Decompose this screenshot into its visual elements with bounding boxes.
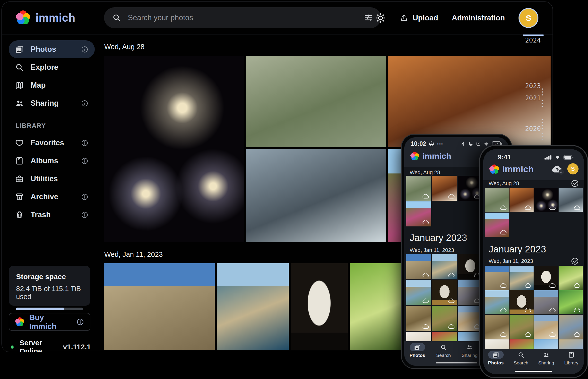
nav-tab-label: Search — [436, 353, 451, 358]
info-icon[interactable] — [81, 211, 88, 219]
photo-dinner-table[interactable] — [388, 56, 551, 147]
immich-logo: immich — [489, 164, 534, 174]
cloud-sync-icon — [500, 332, 507, 337]
theme-toggle-sun-icon[interactable] — [375, 13, 386, 23]
buy-immich-label: Buy Immich — [29, 313, 71, 331]
photos-icon — [15, 45, 24, 54]
nav-tab-label: Search — [514, 360, 528, 366]
photo-autumn-park[interactable] — [406, 201, 431, 226]
photo-green-berries[interactable] — [350, 263, 407, 350]
info-icon[interactable] — [76, 318, 84, 326]
photo-lizard-rocks[interactable] — [485, 315, 509, 339]
photo-macaques[interactable] — [246, 56, 386, 147]
select-all-check-icon[interactable] — [571, 257, 579, 265]
brand-name: immich — [35, 11, 75, 24]
immich-logo[interactable]: immich — [16, 10, 75, 25]
select-all-check-icon[interactable] — [571, 179, 579, 188]
nav-tab-label: Library — [564, 360, 578, 366]
photo-lizard-moss[interactable] — [509, 315, 534, 339]
search-filters-icon[interactable] — [364, 13, 373, 22]
people-icon — [15, 99, 24, 108]
nav-tab-label: Photos — [488, 360, 504, 366]
administration-link[interactable]: Administration — [452, 14, 505, 22]
briefcase-icon — [15, 174, 24, 183]
photo-fortress-wall[interactable] — [104, 263, 215, 350]
cloud-sync-icon — [448, 298, 455, 303]
info-icon[interactable] — [81, 193, 88, 201]
sidebar-item-albums[interactable]: Albums — [9, 152, 95, 170]
photo-church-town[interactable] — [534, 315, 558, 339]
photo-marble-bust[interactable] — [291, 263, 348, 350]
sidebar-item-archive[interactable]: Archive — [9, 188, 95, 206]
backup-cloud-icon[interactable] — [551, 164, 563, 174]
search-bar[interactable] — [104, 7, 381, 28]
photo-fortress-ruins[interactable] — [534, 290, 558, 314]
photo-macaques[interactable] — [485, 188, 509, 212]
nav-tab-sharing[interactable]: Sharing — [534, 349, 559, 367]
immich-logo: immich — [410, 151, 451, 161]
photo-fortress-sea[interactable] — [509, 266, 534, 290]
nav-tab-sharing[interactable]: Sharing — [457, 341, 483, 360]
photo-green-berries[interactable] — [559, 266, 583, 290]
nav-tab-library[interactable]: Library — [559, 349, 584, 367]
photo-lizard-moss[interactable] — [432, 306, 457, 331]
storage-progress-bar — [16, 308, 83, 310]
storage-title: Storage space — [16, 273, 83, 281]
search-input[interactable] — [127, 13, 358, 22]
cloud-sync-icon — [500, 307, 507, 313]
top-actions: Upload Administration S — [375, 2, 539, 34]
upload-label: Upload — [413, 14, 438, 22]
immich-flower-icon — [15, 317, 24, 327]
nav-tab-label: Photos — [410, 353, 425, 358]
photo-tree-fruit[interactable] — [559, 290, 583, 314]
photo-autumn-park[interactable] — [485, 213, 509, 237]
nav-tab-photos[interactable]: Photos — [483, 349, 509, 367]
photo-holding-hands[interactable] — [246, 149, 386, 242]
user-avatar[interactable]: S — [519, 8, 539, 28]
photo-marble-bust[interactable] — [534, 266, 558, 290]
photo-holding-hands[interactable] — [559, 188, 583, 212]
month-header: January 2023 — [489, 244, 546, 255]
home-indicator[interactable] — [515, 371, 552, 372]
bluetooth-icon — [460, 141, 465, 146]
cloud-sync-icon — [500, 283, 507, 288]
sidebar-item-sharing[interactable]: Sharing — [9, 94, 95, 112]
photo-fortress-sea[interactable] — [217, 263, 289, 350]
sidebar-item-trash[interactable]: Trash — [9, 206, 95, 224]
sidebar-item-favorites[interactable]: Favorites — [9, 134, 95, 152]
sidebar-item-utilities[interactable]: Utilities — [9, 170, 95, 188]
nav-tab-photos[interactable]: Photos — [404, 341, 430, 360]
photo-macaques[interactable] — [406, 176, 431, 201]
info-icon[interactable] — [81, 46, 88, 53]
upload-button[interactable]: Upload — [399, 14, 438, 22]
buy-immich-button[interactable]: Buy Immich — [9, 313, 90, 331]
info-icon[interactable] — [81, 100, 88, 107]
sidebar-item-photos[interactable]: Photos — [9, 40, 95, 58]
photo-fortress-sea[interactable] — [432, 254, 457, 279]
photo-dinner-table[interactable] — [432, 176, 457, 201]
photo-fireworks[interactable] — [534, 188, 558, 212]
cloud-sync-icon — [524, 332, 531, 337]
info-icon[interactable] — [81, 157, 88, 165]
home-indicator[interactable] — [436, 362, 477, 363]
photo-fortress-wall[interactable] — [485, 266, 509, 290]
sidebar-item-map[interactable]: Map — [9, 76, 95, 94]
photo-fireworks[interactable] — [104, 56, 244, 242]
photo-lizard-rocks[interactable] — [406, 306, 431, 331]
user-avatar[interactable]: S — [567, 163, 578, 174]
sidebar-item-explore[interactable]: Explore — [9, 58, 95, 76]
photo-marble-sculpture[interactable] — [509, 290, 534, 314]
info-icon[interactable] — [81, 139, 88, 147]
photo-marble-sculpture[interactable] — [432, 280, 457, 305]
search-icon — [15, 63, 24, 72]
immich-flower-icon — [410, 152, 419, 161]
photo-stone-bridge[interactable] — [559, 315, 583, 339]
photo-fortress-wall[interactable] — [406, 254, 431, 279]
sidebar-item-label: Explore — [31, 63, 58, 72]
nav-tab-search[interactable]: Search — [509, 349, 534, 367]
nav-tab-search[interactable]: Search — [430, 341, 457, 360]
photo-beach-cliff[interactable] — [406, 280, 431, 305]
photo-beach-cliff[interactable] — [485, 290, 509, 314]
sidebar-item-label: Sharing — [31, 99, 59, 108]
photo-dinner-table[interactable] — [509, 188, 534, 212]
